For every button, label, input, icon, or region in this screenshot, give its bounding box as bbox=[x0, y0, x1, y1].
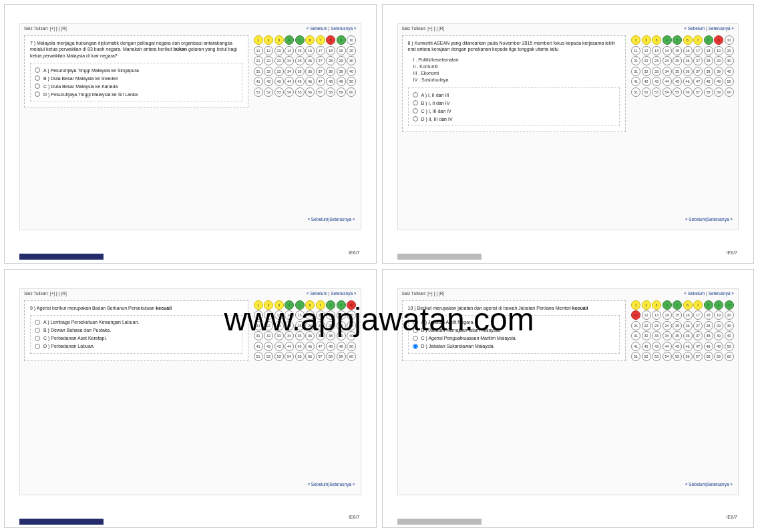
nav-dot-16[interactable]: 16 bbox=[305, 46, 315, 55]
nav-dot-23[interactable]: 23 bbox=[652, 321, 661, 330]
nav-dot-57[interactable]: 57 bbox=[316, 87, 325, 97]
nav-dot-40[interactable]: 40 bbox=[725, 67, 734, 76]
nav-dot-32[interactable]: 32 bbox=[642, 331, 651, 340]
nav-dot-21[interactable]: 21 bbox=[631, 321, 640, 330]
nav-dot-27[interactable]: 27 bbox=[693, 56, 703, 65]
nav-dot-23[interactable]: 23 bbox=[274, 56, 284, 65]
nav-dot-10[interactable]: 10 bbox=[347, 35, 356, 45]
answer-option-d[interactable]: D ) II, III dan IV bbox=[413, 115, 616, 123]
nav-dot-58[interactable]: 58 bbox=[326, 352, 335, 361]
nav-dot-44[interactable]: 44 bbox=[285, 77, 294, 86]
nav-dot-39[interactable]: 39 bbox=[714, 67, 723, 76]
nav-dot-51[interactable]: 51 bbox=[254, 87, 263, 97]
nav-dot-36[interactable]: 36 bbox=[305, 67, 315, 76]
nav-dot-56[interactable]: 56 bbox=[305, 87, 315, 97]
nav-dot-5[interactable]: 5 bbox=[295, 35, 305, 45]
nav-dot-47[interactable]: 47 bbox=[316, 77, 325, 86]
nav-dot-45[interactable]: 45 bbox=[295, 342, 305, 351]
answer-radio[interactable] bbox=[413, 336, 418, 341]
nav-dot-60[interactable]: 60 bbox=[725, 87, 734, 97]
nav-dot-28[interactable]: 28 bbox=[704, 56, 713, 65]
nav-dot-49[interactable]: 49 bbox=[337, 77, 346, 86]
nav-dot-21[interactable]: 21 bbox=[254, 56, 263, 65]
nav-dot-46[interactable]: 46 bbox=[683, 77, 693, 86]
nav-dot-41[interactable]: 41 bbox=[254, 77, 263, 86]
nav-dot-1[interactable]: 1 bbox=[254, 300, 263, 310]
nav-dot-60[interactable]: 60 bbox=[347, 352, 356, 361]
answer-option-c[interactable]: C ) Duta Besar Malaysia ke Kanada bbox=[35, 82, 238, 90]
nav-dot-14[interactable]: 14 bbox=[285, 310, 294, 320]
nav-dot-18[interactable]: 18 bbox=[704, 46, 713, 55]
font-size-control[interactable]: Saiz Tulisan: [+] [-] [R] bbox=[24, 291, 67, 296]
nav-dot-53[interactable]: 53 bbox=[652, 87, 661, 97]
nav-dot-57[interactable]: 57 bbox=[693, 87, 703, 97]
nav-dot-34[interactable]: 34 bbox=[285, 331, 294, 340]
nav-dot-57[interactable]: 57 bbox=[693, 352, 703, 361]
nav-dot-27[interactable]: 27 bbox=[316, 321, 325, 330]
nav-dot-13[interactable]: 13 bbox=[652, 310, 661, 320]
answer-radio[interactable] bbox=[413, 320, 418, 325]
nav-dot-20[interactable]: 20 bbox=[347, 310, 356, 320]
nav-dot-55[interactable]: 55 bbox=[295, 352, 305, 361]
nav-dot-35[interactable]: 35 bbox=[673, 331, 682, 340]
nav-dot-41[interactable]: 41 bbox=[631, 342, 640, 351]
nav-dot-15[interactable]: 15 bbox=[673, 310, 682, 320]
nav-dot-27[interactable]: 27 bbox=[316, 56, 325, 65]
nav-dot-31[interactable]: 31 bbox=[631, 331, 640, 340]
answer-option-a[interactable]: A ) I, II dan III bbox=[413, 91, 616, 99]
nav-dot-41[interactable]: 41 bbox=[254, 342, 263, 351]
nav-dot-29[interactable]: 29 bbox=[714, 321, 723, 330]
nav-dot-25[interactable]: 25 bbox=[673, 321, 682, 330]
nav-dot-10[interactable]: 10 bbox=[347, 300, 356, 310]
nav-dot-36[interactable]: 36 bbox=[683, 331, 693, 340]
nav-dot-9[interactable]: 9 bbox=[714, 35, 723, 45]
nav-dot-6[interactable]: 6 bbox=[305, 300, 315, 310]
nav-dot-4[interactable]: 4 bbox=[285, 300, 294, 310]
nav-dot-42[interactable]: 42 bbox=[264, 342, 273, 351]
nav-dot-34[interactable]: 34 bbox=[285, 67, 294, 76]
nav-dot-34[interactable]: 34 bbox=[662, 331, 672, 340]
nav-dot-8[interactable]: 8 bbox=[704, 35, 713, 45]
nav-next-link-bottom[interactable]: Seterusnya » bbox=[329, 217, 355, 222]
nav-dot-51[interactable]: 51 bbox=[254, 352, 263, 361]
nav-dot-45[interactable]: 45 bbox=[673, 77, 682, 86]
nav-dot-11[interactable]: 11 bbox=[254, 46, 263, 55]
nav-next-link[interactable]: Seterusnya » bbox=[709, 26, 734, 31]
nav-dot-12[interactable]: 12 bbox=[264, 46, 273, 55]
nav-dot-12[interactable]: 12 bbox=[264, 310, 273, 320]
nav-dot-52[interactable]: 52 bbox=[264, 87, 273, 97]
nav-dot-11[interactable]: 11 bbox=[254, 310, 263, 320]
nav-dot-44[interactable]: 44 bbox=[662, 342, 672, 351]
nav-dot-46[interactable]: 46 bbox=[683, 342, 693, 351]
nav-dot-59[interactable]: 59 bbox=[714, 352, 723, 361]
nav-dot-37[interactable]: 37 bbox=[316, 67, 325, 76]
nav-dot-26[interactable]: 26 bbox=[305, 321, 315, 330]
nav-dot-28[interactable]: 28 bbox=[704, 321, 713, 330]
nav-dot-48[interactable]: 48 bbox=[704, 342, 713, 351]
nav-dot-41[interactable]: 41 bbox=[631, 77, 640, 86]
nav-dot-29[interactable]: 29 bbox=[337, 321, 346, 330]
nav-dot-3[interactable]: 3 bbox=[274, 300, 284, 310]
nav-dot-20[interactable]: 20 bbox=[725, 46, 734, 55]
nav-dot-24[interactable]: 24 bbox=[662, 56, 672, 65]
nav-dot-25[interactable]: 25 bbox=[295, 321, 305, 330]
nav-dot-4[interactable]: 4 bbox=[285, 35, 294, 45]
nav-dot-54[interactable]: 54 bbox=[285, 352, 294, 361]
nav-dot-17[interactable]: 17 bbox=[693, 46, 703, 55]
nav-dot-36[interactable]: 36 bbox=[305, 331, 315, 340]
nav-prev-link-bottom[interactable]: « Sebelum bbox=[685, 217, 706, 222]
nav-dot-3[interactable]: 3 bbox=[652, 300, 661, 310]
nav-dot-6[interactable]: 6 bbox=[305, 35, 315, 45]
nav-dot-52[interactable]: 52 bbox=[264, 352, 273, 361]
nav-dot-16[interactable]: 16 bbox=[683, 46, 693, 55]
nav-dot-56[interactable]: 56 bbox=[683, 87, 693, 97]
nav-dot-43[interactable]: 43 bbox=[274, 77, 284, 86]
answer-option-b[interactable]: B ) Dewan Bahasa dan Pustaka. bbox=[35, 326, 238, 334]
nav-dot-50[interactable]: 50 bbox=[725, 342, 734, 351]
nav-dot-13[interactable]: 13 bbox=[274, 310, 284, 320]
answer-radio[interactable] bbox=[413, 92, 418, 97]
nav-dot-13[interactable]: 13 bbox=[274, 46, 284, 55]
nav-dot-60[interactable]: 60 bbox=[725, 352, 734, 361]
nav-dot-36[interactable]: 36 bbox=[683, 67, 693, 76]
nav-dot-53[interactable]: 53 bbox=[274, 87, 284, 97]
